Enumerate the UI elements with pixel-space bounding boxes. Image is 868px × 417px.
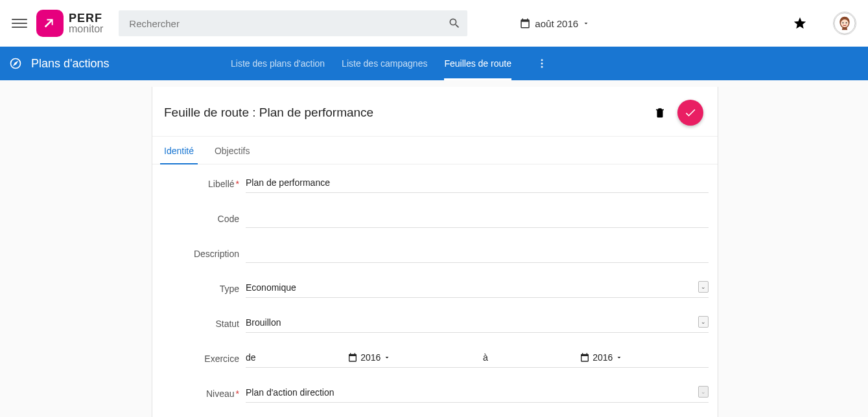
app-logo[interactable]: PERF monitor bbox=[36, 10, 103, 37]
chevron-down-icon bbox=[582, 19, 590, 27]
tab-objectifs[interactable]: Objectifs bbox=[211, 137, 253, 164]
svg-point-5 bbox=[541, 63, 543, 65]
tab-liste-campagnes[interactable]: Liste des campagnes bbox=[342, 47, 427, 80]
search-icon[interactable] bbox=[448, 17, 461, 30]
chevron-down-icon bbox=[383, 354, 391, 361]
exercice-from-word: de bbox=[246, 352, 256, 363]
field-description[interactable] bbox=[246, 245, 709, 263]
roadmap-card: Feuille de route : Plan de performance I… bbox=[152, 87, 718, 417]
section-title: Plans d'actions bbox=[31, 57, 110, 71]
exercice-to-picker[interactable]: 2016 bbox=[580, 352, 623, 363]
more-vert-icon bbox=[536, 58, 548, 69]
row-statut: Statut Brouillon ⌄ bbox=[161, 315, 709, 333]
row-exercice: Exercice de 2016 à 2016 bbox=[161, 350, 709, 368]
field-statut[interactable]: Brouillon ⌄ bbox=[246, 315, 709, 333]
tab-feuilles-route[interactable]: Feuilles de route bbox=[444, 47, 511, 80]
calendar-icon bbox=[580, 352, 590, 363]
label-description: Description bbox=[161, 249, 246, 259]
search-field[interactable] bbox=[119, 10, 467, 36]
user-avatar[interactable] bbox=[833, 12, 856, 35]
logo-text-line2: monitor bbox=[69, 24, 103, 34]
field-libelle[interactable]: Plan de performance bbox=[246, 175, 709, 193]
identity-form: Libellé* Plan de performance Code Descri… bbox=[152, 164, 718, 417]
svg-point-1 bbox=[841, 19, 849, 27]
row-type: Type Economique ⌄ bbox=[161, 280, 709, 298]
menu-button[interactable] bbox=[12, 19, 27, 28]
tab-identite[interactable]: Identité bbox=[160, 137, 198, 164]
label-statut: Statut bbox=[161, 319, 246, 329]
exercice-to-word: à bbox=[483, 352, 488, 363]
svg-point-6 bbox=[541, 66, 543, 68]
chevron-down-icon bbox=[615, 354, 623, 361]
svg-point-4 bbox=[541, 59, 543, 61]
field-niveau[interactable]: Plan d'action direction ⌄ bbox=[246, 385, 709, 403]
confirm-button[interactable] bbox=[677, 100, 703, 126]
label-code: Code bbox=[161, 214, 246, 224]
tab-liste-plans[interactable]: Liste des plans d'action bbox=[231, 47, 325, 80]
svg-point-2 bbox=[842, 22, 843, 23]
field-code[interactable] bbox=[246, 210, 709, 228]
row-code: Code bbox=[161, 210, 709, 228]
logo-mark-icon bbox=[36, 10, 64, 37]
exercice-from-picker[interactable]: 2016 bbox=[347, 352, 391, 363]
row-libelle: Libellé* Plan de performance bbox=[161, 175, 709, 193]
calendar-icon bbox=[519, 17, 531, 29]
favorite-button[interactable] bbox=[793, 16, 807, 30]
row-niveau: Niveau* Plan d'action direction ⌄ bbox=[161, 385, 709, 403]
calendar-icon bbox=[347, 352, 358, 363]
svg-point-3 bbox=[846, 22, 847, 23]
card-tabs: Identité Objectifs bbox=[152, 137, 718, 164]
chevron-down-icon[interactable]: ⌄ bbox=[698, 316, 709, 328]
card-header: Feuille de route : Plan de performance bbox=[152, 87, 718, 137]
label-libelle: Libellé* bbox=[161, 179, 246, 189]
field-type[interactable]: Economique ⌄ bbox=[246, 280, 709, 298]
delete-button[interactable] bbox=[654, 106, 666, 119]
period-label: août 2016 bbox=[535, 18, 578, 29]
logo-text: PERF monitor bbox=[69, 12, 103, 34]
section-tabs: Liste des plans d'action Liste des campa… bbox=[231, 47, 548, 80]
period-selector[interactable]: août 2016 bbox=[519, 17, 590, 29]
chevron-down-icon[interactable]: ⌄ bbox=[698, 281, 709, 293]
app-bar: PERF monitor août 2016 bbox=[0, 0, 868, 47]
section-bar: Plans d'actions Liste des plans d'action… bbox=[0, 47, 868, 80]
label-type: Type bbox=[161, 284, 246, 294]
more-button[interactable] bbox=[536, 58, 548, 69]
page-title: Feuille de route : Plan de performance bbox=[164, 106, 654, 120]
search-input[interactable] bbox=[129, 18, 448, 29]
field-exercice: de 2016 à 2016 bbox=[246, 350, 709, 368]
row-description: Description bbox=[161, 245, 709, 263]
compass-icon bbox=[9, 57, 22, 70]
label-exercice: Exercice bbox=[161, 354, 246, 364]
trash-icon bbox=[654, 106, 666, 119]
label-niveau: Niveau* bbox=[161, 389, 246, 399]
logo-text-line1: PERF bbox=[69, 12, 103, 24]
avatar-icon bbox=[834, 12, 856, 34]
star-icon bbox=[793, 16, 807, 30]
check-icon bbox=[684, 106, 697, 119]
chevron-down-icon[interactable]: ⌄ bbox=[698, 386, 709, 398]
